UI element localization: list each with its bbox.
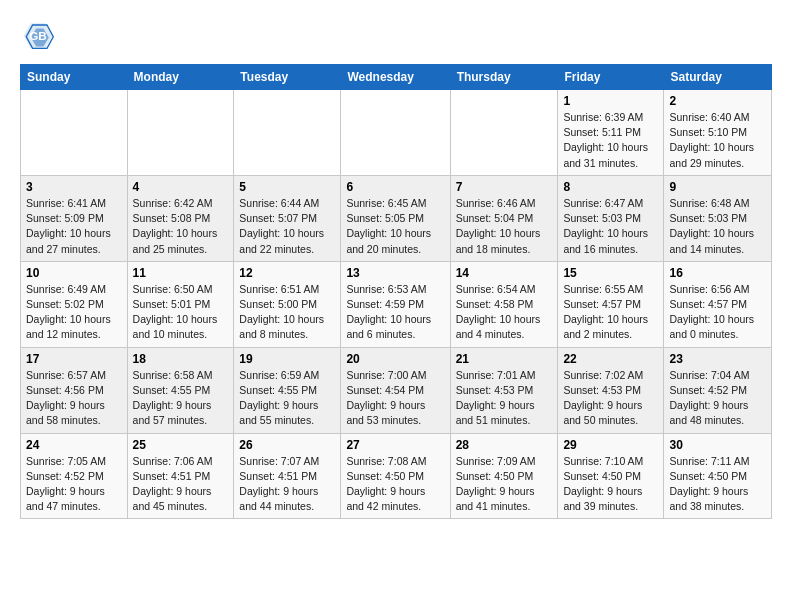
calendar-table: SundayMondayTuesdayWednesdayThursdayFrid…: [20, 64, 772, 519]
calendar-cell: [234, 90, 341, 176]
day-number: 23: [669, 352, 766, 366]
weekday-header-saturday: Saturday: [664, 65, 772, 90]
day-number: 17: [26, 352, 122, 366]
calendar-cell: 30Sunrise: 7:11 AM Sunset: 4:50 PM Dayli…: [664, 433, 772, 519]
day-number: 3: [26, 180, 122, 194]
calendar-cell: 21Sunrise: 7:01 AM Sunset: 4:53 PM Dayli…: [450, 347, 558, 433]
day-number: 18: [133, 352, 229, 366]
week-row-0: 1Sunrise: 6:39 AM Sunset: 5:11 PM Daylig…: [21, 90, 772, 176]
svg-text:GB: GB: [29, 29, 47, 42]
weekday-header-sunday: Sunday: [21, 65, 128, 90]
calendar-cell: 19Sunrise: 6:59 AM Sunset: 4:55 PM Dayli…: [234, 347, 341, 433]
day-info: Sunrise: 6:54 AM Sunset: 4:58 PM Dayligh…: [456, 282, 553, 343]
day-number: 6: [346, 180, 444, 194]
calendar-cell: [341, 90, 450, 176]
day-number: 10: [26, 266, 122, 280]
calendar-cell: 11Sunrise: 6:50 AM Sunset: 5:01 PM Dayli…: [127, 261, 234, 347]
day-number: 2: [669, 94, 766, 108]
calendar-cell: 16Sunrise: 6:56 AM Sunset: 4:57 PM Dayli…: [664, 261, 772, 347]
day-number: 24: [26, 438, 122, 452]
day-info: Sunrise: 6:48 AM Sunset: 5:03 PM Dayligh…: [669, 196, 766, 257]
week-row-1: 3Sunrise: 6:41 AM Sunset: 5:09 PM Daylig…: [21, 175, 772, 261]
day-info: Sunrise: 7:08 AM Sunset: 4:50 PM Dayligh…: [346, 454, 444, 515]
day-info: Sunrise: 6:44 AM Sunset: 5:07 PM Dayligh…: [239, 196, 335, 257]
day-info: Sunrise: 6:42 AM Sunset: 5:08 PM Dayligh…: [133, 196, 229, 257]
week-row-3: 17Sunrise: 6:57 AM Sunset: 4:56 PM Dayli…: [21, 347, 772, 433]
day-info: Sunrise: 7:09 AM Sunset: 4:50 PM Dayligh…: [456, 454, 553, 515]
calendar-cell: 20Sunrise: 7:00 AM Sunset: 4:54 PM Dayli…: [341, 347, 450, 433]
calendar-cell: 17Sunrise: 6:57 AM Sunset: 4:56 PM Dayli…: [21, 347, 128, 433]
calendar-cell: [127, 90, 234, 176]
week-row-2: 10Sunrise: 6:49 AM Sunset: 5:02 PM Dayli…: [21, 261, 772, 347]
calendar-cell: 22Sunrise: 7:02 AM Sunset: 4:53 PM Dayli…: [558, 347, 664, 433]
calendar-cell: 26Sunrise: 7:07 AM Sunset: 4:51 PM Dayli…: [234, 433, 341, 519]
page: GB SundayMondayTuesdayWednesdayThursdayF…: [0, 0, 792, 535]
day-info: Sunrise: 7:10 AM Sunset: 4:50 PM Dayligh…: [563, 454, 658, 515]
calendar-cell: 27Sunrise: 7:08 AM Sunset: 4:50 PM Dayli…: [341, 433, 450, 519]
calendar-cell: 10Sunrise: 6:49 AM Sunset: 5:02 PM Dayli…: [21, 261, 128, 347]
calendar-cell: 8Sunrise: 6:47 AM Sunset: 5:03 PM Daylig…: [558, 175, 664, 261]
day-number: 21: [456, 352, 553, 366]
day-number: 22: [563, 352, 658, 366]
day-info: Sunrise: 7:00 AM Sunset: 4:54 PM Dayligh…: [346, 368, 444, 429]
calendar-cell: 29Sunrise: 7:10 AM Sunset: 4:50 PM Dayli…: [558, 433, 664, 519]
calendar-cell: 6Sunrise: 6:45 AM Sunset: 5:05 PM Daylig…: [341, 175, 450, 261]
calendar-cell: 24Sunrise: 7:05 AM Sunset: 4:52 PM Dayli…: [21, 433, 128, 519]
logo: GB: [20, 16, 62, 52]
day-info: Sunrise: 7:05 AM Sunset: 4:52 PM Dayligh…: [26, 454, 122, 515]
calendar-cell: 13Sunrise: 6:53 AM Sunset: 4:59 PM Dayli…: [341, 261, 450, 347]
day-number: 1: [563, 94, 658, 108]
day-number: 11: [133, 266, 229, 280]
calendar-cell: 25Sunrise: 7:06 AM Sunset: 4:51 PM Dayli…: [127, 433, 234, 519]
weekday-header-tuesday: Tuesday: [234, 65, 341, 90]
day-info: Sunrise: 7:07 AM Sunset: 4:51 PM Dayligh…: [239, 454, 335, 515]
day-info: Sunrise: 6:50 AM Sunset: 5:01 PM Dayligh…: [133, 282, 229, 343]
day-number: 30: [669, 438, 766, 452]
day-number: 12: [239, 266, 335, 280]
day-info: Sunrise: 7:06 AM Sunset: 4:51 PM Dayligh…: [133, 454, 229, 515]
day-info: Sunrise: 6:46 AM Sunset: 5:04 PM Dayligh…: [456, 196, 553, 257]
calendar-cell: 4Sunrise: 6:42 AM Sunset: 5:08 PM Daylig…: [127, 175, 234, 261]
day-number: 4: [133, 180, 229, 194]
day-info: Sunrise: 7:02 AM Sunset: 4:53 PM Dayligh…: [563, 368, 658, 429]
day-info: Sunrise: 7:11 AM Sunset: 4:50 PM Dayligh…: [669, 454, 766, 515]
day-info: Sunrise: 6:56 AM Sunset: 4:57 PM Dayligh…: [669, 282, 766, 343]
day-info: Sunrise: 6:55 AM Sunset: 4:57 PM Dayligh…: [563, 282, 658, 343]
calendar-cell: 3Sunrise: 6:41 AM Sunset: 5:09 PM Daylig…: [21, 175, 128, 261]
day-info: Sunrise: 7:01 AM Sunset: 4:53 PM Dayligh…: [456, 368, 553, 429]
day-info: Sunrise: 6:58 AM Sunset: 4:55 PM Dayligh…: [133, 368, 229, 429]
day-number: 19: [239, 352, 335, 366]
day-number: 28: [456, 438, 553, 452]
logo-icon: GB: [20, 16, 56, 52]
day-info: Sunrise: 7:04 AM Sunset: 4:52 PM Dayligh…: [669, 368, 766, 429]
day-number: 14: [456, 266, 553, 280]
weekday-header-wednesday: Wednesday: [341, 65, 450, 90]
day-info: Sunrise: 6:57 AM Sunset: 4:56 PM Dayligh…: [26, 368, 122, 429]
calendar-cell: [450, 90, 558, 176]
calendar-cell: 15Sunrise: 6:55 AM Sunset: 4:57 PM Dayli…: [558, 261, 664, 347]
day-info: Sunrise: 6:51 AM Sunset: 5:00 PM Dayligh…: [239, 282, 335, 343]
calendar-cell: 28Sunrise: 7:09 AM Sunset: 4:50 PM Dayli…: [450, 433, 558, 519]
day-info: Sunrise: 6:40 AM Sunset: 5:10 PM Dayligh…: [669, 110, 766, 171]
calendar-cell: 18Sunrise: 6:58 AM Sunset: 4:55 PM Dayli…: [127, 347, 234, 433]
day-info: Sunrise: 6:47 AM Sunset: 5:03 PM Dayligh…: [563, 196, 658, 257]
weekday-header-friday: Friday: [558, 65, 664, 90]
day-number: 25: [133, 438, 229, 452]
day-number: 8: [563, 180, 658, 194]
calendar-cell: 5Sunrise: 6:44 AM Sunset: 5:07 PM Daylig…: [234, 175, 341, 261]
day-info: Sunrise: 6:41 AM Sunset: 5:09 PM Dayligh…: [26, 196, 122, 257]
day-number: 15: [563, 266, 658, 280]
day-info: Sunrise: 6:45 AM Sunset: 5:05 PM Dayligh…: [346, 196, 444, 257]
day-number: 16: [669, 266, 766, 280]
calendar-cell: [21, 90, 128, 176]
day-number: 26: [239, 438, 335, 452]
calendar-cell: 1Sunrise: 6:39 AM Sunset: 5:11 PM Daylig…: [558, 90, 664, 176]
day-number: 29: [563, 438, 658, 452]
week-row-4: 24Sunrise: 7:05 AM Sunset: 4:52 PM Dayli…: [21, 433, 772, 519]
calendar-cell: 14Sunrise: 6:54 AM Sunset: 4:58 PM Dayli…: [450, 261, 558, 347]
day-number: 7: [456, 180, 553, 194]
calendar-cell: 9Sunrise: 6:48 AM Sunset: 5:03 PM Daylig…: [664, 175, 772, 261]
weekday-header-row: SundayMondayTuesdayWednesdayThursdayFrid…: [21, 65, 772, 90]
day-info: Sunrise: 6:39 AM Sunset: 5:11 PM Dayligh…: [563, 110, 658, 171]
day-number: 27: [346, 438, 444, 452]
